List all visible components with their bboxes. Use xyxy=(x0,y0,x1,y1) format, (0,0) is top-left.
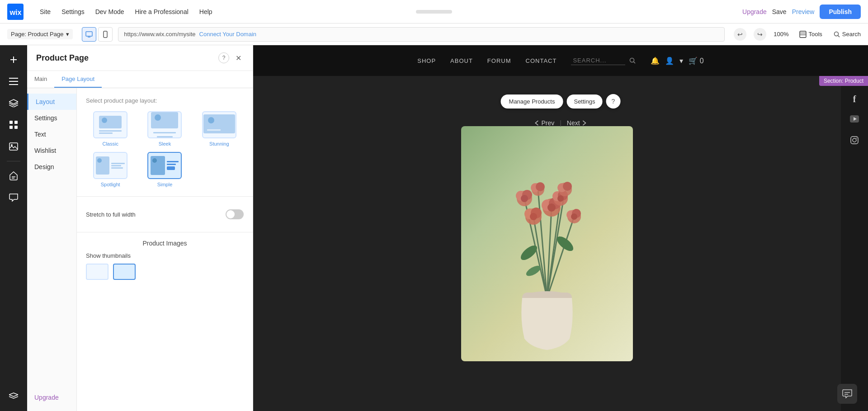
cart-icon[interactable]: 🛒 0 xyxy=(689,57,703,65)
manage-products-button[interactable]: Manage Products xyxy=(501,94,563,109)
nav-shop[interactable]: SHOP xyxy=(417,57,436,64)
facebook-icon[interactable]: f xyxy=(853,94,856,104)
page-selector[interactable]: Page: Product Page ▾ xyxy=(7,29,73,39)
site-nav-links: SHOP ABOUT FORUM CONTACT 🔔 👤 ▾ xyxy=(271,56,850,65)
layout-option-spotlight[interactable]: Spotlight xyxy=(86,152,135,187)
product-help-button[interactable]: ? xyxy=(606,94,620,109)
design-button[interactable] xyxy=(5,167,23,185)
nav-layout[interactable]: Layout xyxy=(27,94,76,110)
next-button[interactable]: Next xyxy=(567,119,587,127)
search-button[interactable]: Search xyxy=(833,31,861,38)
canvas-area: SHOP ABOUT FORUM CONTACT 🔔 👤 ▾ xyxy=(253,45,868,411)
settings-button[interactable]: Settings xyxy=(566,94,602,109)
thumb-option-2[interactable] xyxy=(113,264,136,280)
nav-contact[interactable]: CONTACT xyxy=(526,57,557,64)
svg-rect-12 xyxy=(9,78,18,79)
site-nav: SHOP ABOUT FORUM CONTACT 🔔 👤 ▾ xyxy=(253,45,868,76)
stretch-row: Stretch to full width xyxy=(86,204,244,225)
undo-button[interactable]: ↩ xyxy=(734,28,746,41)
nav-text[interactable]: Text xyxy=(27,126,76,142)
tab-main[interactable]: Main xyxy=(27,71,54,88)
left-toolbar xyxy=(0,45,27,411)
media-button[interactable] xyxy=(5,137,23,156)
thumb-option-1[interactable] xyxy=(86,264,108,280)
svg-point-45 xyxy=(547,203,556,212)
nav-wishlist[interactable]: Wishlist xyxy=(27,142,76,159)
prev-next-divider: | xyxy=(560,119,561,127)
panel-left-nav: Layout Settings Text Wishlist Design Upg… xyxy=(27,88,77,411)
cart-count: 0 xyxy=(700,57,704,65)
nav-upgrade[interactable]: Upgrade xyxy=(27,389,76,406)
layout-thumb-spotlight xyxy=(93,152,127,179)
hire-menu[interactable]: Hire a Professional xyxy=(132,6,192,17)
stretch-toggle[interactable] xyxy=(226,209,244,219)
panel-close-button[interactable]: ✕ xyxy=(233,52,244,63)
tab-page-layout[interactable]: Page Layout xyxy=(54,71,102,88)
line1 xyxy=(99,130,122,132)
classic-image xyxy=(99,116,122,128)
layout-thumb-simple xyxy=(147,152,182,179)
publish-button[interactable]: Publish xyxy=(820,5,861,19)
main-layout: Product Page ? ✕ Main Page Layout Layout… xyxy=(0,45,868,411)
layers-button[interactable] xyxy=(5,94,23,112)
product-actions: Manage Products Settings ? xyxy=(501,94,621,109)
layers-stack-button[interactable] xyxy=(5,387,23,406)
desktop-view-button[interactable] xyxy=(82,27,96,42)
add-element-button[interactable] xyxy=(5,51,23,69)
user-icon[interactable]: 👤 xyxy=(665,57,674,65)
url-bar[interactable]: https://www.wix.com/mysite Connect Your … xyxy=(118,27,725,42)
nav-settings[interactable]: Settings xyxy=(27,110,76,126)
help-menu[interactable]: Help xyxy=(196,6,216,17)
layout-section-title: Select product page layout: xyxy=(86,97,244,104)
panel-tabs: Main Page Layout xyxy=(27,71,253,88)
toolbar-divider-1 xyxy=(7,161,20,161)
prev-button[interactable]: Prev xyxy=(534,119,554,127)
preview-button[interactable]: Preview xyxy=(792,8,815,15)
product-images-title: Product Images xyxy=(86,240,244,247)
panel-sidebar: Layout Settings Text Wishlist Design Upg… xyxy=(27,88,253,411)
bell-icon[interactable]: 🔔 xyxy=(651,57,660,65)
connect-domain-link[interactable]: Connect Your Domain xyxy=(199,31,256,38)
site-search-input[interactable] xyxy=(571,56,625,65)
layout-option-classic[interactable]: Classic xyxy=(86,111,135,146)
product-images-section: Product Images Show thumbnails xyxy=(77,232,253,287)
nav-about[interactable]: ABOUT xyxy=(450,57,473,64)
svg-rect-2 xyxy=(86,32,92,36)
upgrade-button[interactable]: Upgrade xyxy=(742,8,767,15)
nav-forum[interactable]: FORUM xyxy=(487,57,511,64)
social-sidebar: f xyxy=(841,76,868,411)
zoom-level[interactable]: 100% xyxy=(774,31,788,38)
nav-design[interactable]: Design xyxy=(27,159,76,175)
settings-menu[interactable]: Settings xyxy=(58,6,88,17)
layout-option-sleek[interactable]: Sleek xyxy=(140,111,189,146)
mobile-view-button[interactable] xyxy=(98,27,113,42)
chat-icon-toolbar[interactable] xyxy=(5,189,23,207)
view-buttons xyxy=(82,27,113,42)
save-button[interactable]: Save xyxy=(772,8,787,15)
svg-point-68 xyxy=(853,138,856,142)
youtube-icon[interactable] xyxy=(850,115,859,125)
panel-content: Select product page layout: Classic xyxy=(77,88,253,411)
panel-help-button[interactable]: ? xyxy=(218,52,229,63)
instagram-icon[interactable] xyxy=(850,136,859,147)
site-menu[interactable]: Site xyxy=(36,6,54,17)
tools-button[interactable]: Tools xyxy=(796,29,826,40)
flower-svg xyxy=(461,126,633,361)
redo-button[interactable]: ↪ xyxy=(754,28,766,41)
panel-title: Product Page xyxy=(36,53,218,63)
user-dropdown-icon[interactable]: ▾ xyxy=(679,57,683,65)
svg-point-53 xyxy=(521,195,528,202)
menu-button[interactable] xyxy=(5,72,23,90)
svg-point-8 xyxy=(834,32,838,36)
svg-rect-17 xyxy=(14,121,18,124)
addrbar-right: ↩ ↪ 100% Tools Search xyxy=(734,28,861,41)
url-text: https://www.wix.com/mysite xyxy=(124,31,195,38)
spotlight-right xyxy=(111,163,125,169)
layout-option-stunning[interactable]: Stunning xyxy=(195,111,244,146)
layout-option-simple[interactable]: Simple xyxy=(140,152,189,187)
wix-logo[interactable]: wix xyxy=(7,4,24,20)
apps-button[interactable] xyxy=(5,116,23,134)
devmode-menu[interactable]: Dev Mode xyxy=(92,6,128,17)
chat-button[interactable] xyxy=(837,384,857,404)
toolbar-bottom xyxy=(5,387,23,406)
